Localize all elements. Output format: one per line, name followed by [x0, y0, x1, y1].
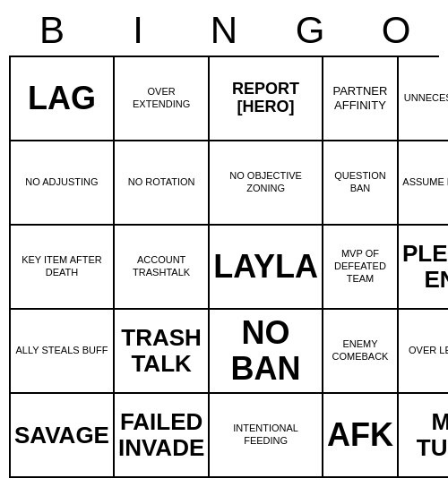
bingo-cell-23[interactable]: AFK	[323, 394, 399, 478]
bingo-cell-10[interactable]: KEY ITEM AFTER DEATH	[11, 226, 115, 310]
bingo-cell-5[interactable]: NO ADJUSTING	[11, 141, 115, 226]
bingo-cell-1[interactable]: OVER EXTENDING	[115, 57, 210, 141]
bingo-cell-15[interactable]: ALLY STEALS BUFF	[11, 310, 115, 394]
bingo-cell-20[interactable]: SAVAGE	[11, 394, 115, 478]
bingo-cell-8[interactable]: QUESTION BAN	[323, 141, 399, 226]
bingo-cell-14[interactable]: PLEASE END	[399, 226, 448, 310]
bingo-title: B I N G O	[9, 9, 439, 52]
bingo-cell-3[interactable]: PARTNER AFFINITY	[323, 57, 399, 141]
bingo-grid: LAGOVER EXTENDINGREPORT [HERO]PARTNER AF…	[9, 56, 439, 478]
bingo-cell-18[interactable]: ENEMY COMEBACK	[323, 310, 399, 394]
letter-b: B	[9, 9, 95, 52]
bingo-cell-16[interactable]: TRASH TALK	[115, 310, 210, 394]
bingo-cell-22[interactable]: INTENTIONAL FEEDING	[210, 394, 323, 478]
bingo-cell-9[interactable]: ASSUME DUO/TRIO	[399, 141, 448, 226]
bingo-cell-21[interactable]: FAILED INVADE	[115, 394, 210, 478]
letter-g: G	[267, 9, 353, 52]
bingo-cell-12[interactable]: LAYLA	[210, 226, 323, 310]
letter-i: I	[95, 9, 181, 52]
bingo-cell-13[interactable]: MVP OF DEFEATED TEAM	[323, 226, 399, 310]
letter-n: N	[181, 9, 267, 52]
bingo-cell-19[interactable]: OVER LEASHING	[399, 310, 448, 394]
letter-o: O	[353, 9, 439, 52]
bingo-cell-2[interactable]: REPORT [HERO]	[210, 57, 323, 141]
bingo-cell-11[interactable]: ACCOUNT TRASHTALK	[115, 226, 210, 310]
bingo-cell-17[interactable]: NO BAN	[210, 310, 323, 394]
bingo-cell-24[interactable]: MY TURN	[399, 394, 448, 478]
bingo-cell-6[interactable]: NO ROTATION	[115, 141, 210, 226]
bingo-cell-4[interactable]: UNNECESSARY TP	[399, 57, 448, 141]
bingo-cell-7[interactable]: NO OBJECTIVE ZONING	[210, 141, 323, 226]
bingo-cell-0[interactable]: LAG	[11, 57, 115, 141]
